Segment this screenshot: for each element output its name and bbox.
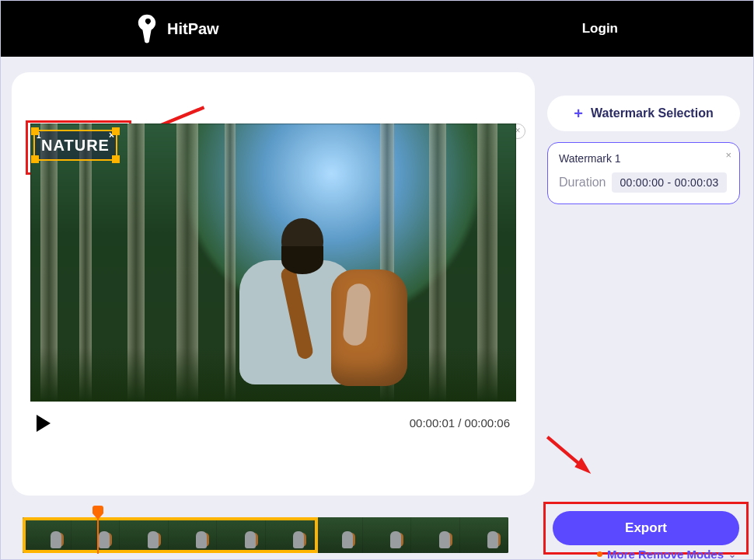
- more-modes-label: More Remove Modes: [607, 548, 724, 560]
- timeline-thumb[interactable]: [217, 517, 266, 553]
- canvas-card: ×: [12, 72, 535, 496]
- add-watermark-button[interactable]: + Watermark Selection: [547, 96, 740, 131]
- timeline[interactable]: [23, 517, 508, 553]
- timeline-thumb[interactable]: [23, 517, 72, 553]
- resize-handle-bl[interactable]: [31, 155, 39, 163]
- duration-value[interactable]: 00:00:00 - 00:00:03: [612, 172, 726, 193]
- timeline-playhead[interactable]: [97, 507, 99, 554]
- login-link[interactable]: Login: [582, 21, 618, 37]
- app-root: HitPaw Login ×: [0, 0, 754, 560]
- watermark-card: Watermark 1 × Duration 00:00:00 - 00:00:…: [547, 142, 740, 204]
- timeline-thumb[interactable]: [120, 517, 169, 553]
- time-sep: /: [455, 416, 465, 430]
- resize-handle-br[interactable]: [112, 155, 120, 163]
- timeline-thumb[interactable]: [363, 517, 412, 553]
- timeline-wrap: [23, 517, 520, 553]
- app-header: HitPaw Login: [1, 1, 753, 57]
- timeline-thumb[interactable]: [72, 517, 120, 553]
- time-total: 00:00:06: [465, 416, 510, 430]
- resize-handle-tl[interactable]: [31, 127, 39, 135]
- video-preview[interactable]: 1 NATURE ×: [30, 123, 516, 402]
- subject-hiker: [235, 229, 406, 402]
- timeline-thumb[interactable]: [411, 517, 460, 553]
- brand-name: HitPaw: [167, 20, 219, 38]
- watermark-card-title: Watermark 1: [559, 152, 728, 165]
- editor-column: ×: [12, 72, 535, 559]
- more-remove-modes-link[interactable]: More Remove Modes ⌄: [597, 548, 736, 560]
- add-watermark-label: Watermark Selection: [591, 106, 714, 120]
- timeline-thumb[interactable]: [266, 517, 315, 553]
- watermark-text: NATURE: [41, 137, 110, 155]
- timeline-thumb[interactable]: [314, 517, 363, 553]
- player-controls: 00:00:01 / 00:00:06: [12, 402, 535, 444]
- time-current: 00:00:01: [410, 416, 455, 430]
- export-button[interactable]: Export: [553, 511, 739, 545]
- export-area: Export: [553, 511, 739, 545]
- notification-dot-icon: [597, 551, 602, 557]
- brand-block: HitPaw: [136, 13, 219, 44]
- time-display: 00:00:01 / 00:00:06: [410, 416, 510, 430]
- chevron-down-icon: ⌄: [728, 549, 736, 560]
- timeline-thumb[interactable]: [169, 517, 218, 553]
- play-button[interactable]: [37, 415, 51, 432]
- duration-label: Duration: [559, 176, 606, 190]
- watermark-card-close-icon[interactable]: ×: [725, 149, 731, 161]
- watermark-selection-box[interactable]: 1 NATURE ×: [33, 130, 117, 161]
- timeline-thumb[interactable]: [460, 517, 509, 553]
- sidebar: + Watermark Selection Watermark 1 × Dura…: [547, 72, 740, 559]
- resize-handle-tr[interactable]: [112, 127, 120, 135]
- hitpaw-logo-icon: [136, 13, 158, 44]
